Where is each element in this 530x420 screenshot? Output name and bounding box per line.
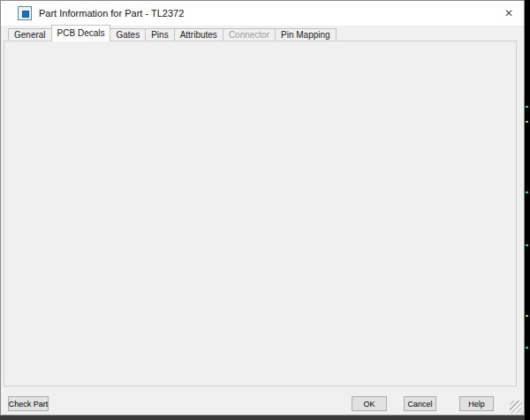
tab-gates[interactable]: Gates: [110, 28, 146, 41]
close-icon[interactable]: ✕: [496, 1, 522, 26]
background-app-strip: [525, 25, 530, 420]
help-button[interactable]: Help: [459, 396, 494, 411]
window-title: Part Information for Part - TL2372: [39, 1, 184, 26]
tab-attributes[interactable]: Attributes: [174, 28, 223, 41]
tab-pins[interactable]: Pins: [145, 28, 174, 41]
resize-grip[interactable]: [510, 401, 522, 413]
app-icon: [18, 6, 32, 20]
tab-pcb-decals[interactable]: PCB Decals: [51, 25, 111, 41]
tab-connector: Connector: [223, 28, 276, 41]
tab-general[interactable]: General: [8, 28, 52, 41]
pcb-decals-tab-page: [4, 41, 517, 386]
titlebar: Part Information for Part - TL2372 ✕: [1, 1, 524, 26]
background-app-strip: [0, 416, 525, 420]
cancel-button[interactable]: Cancel: [404, 396, 436, 411]
tab-pin-mapping[interactable]: Pin Mapping: [275, 28, 337, 41]
part-information-dialog: Part Information for Part - TL2372 ✕ Gen…: [0, 0, 525, 416]
tab-bar: General PCB Decals Gates Pins Attributes…: [8, 25, 336, 41]
check-part-button[interactable]: Check Part: [8, 396, 49, 411]
ok-button[interactable]: OK: [352, 396, 387, 411]
